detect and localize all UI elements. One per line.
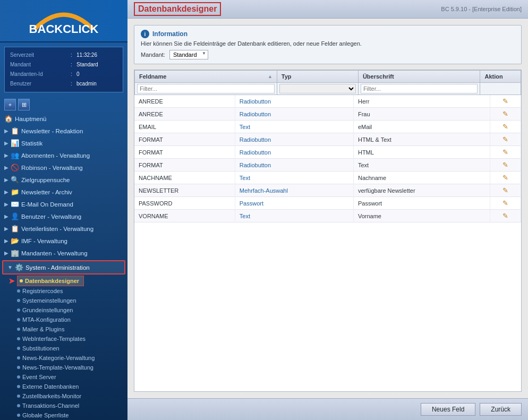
serverzeit-value: 11:32:26	[74, 51, 117, 59]
sidebar-item-statistik[interactable]: ▶ 📊 Statistik	[0, 137, 127, 149]
sidebar-item-label: Newsletter - Archiv	[21, 189, 123, 195]
sidebar-subitem-news-template[interactable]: News-Template-Verwaltung	[0, 363, 127, 372]
search-icon: 🔍	[11, 176, 19, 184]
sidebar-subitem-label: Event Server	[22, 374, 56, 380]
cell-uberschrift: verfügbare Newsletter	[353, 184, 490, 197]
table-row: FORMATRadiobuttonHTML✎	[134, 146, 521, 159]
cell-aktion: ✎	[490, 121, 521, 133]
sidebar-subitem-mta-konfiguration[interactable]: MTA-Konfiguration	[0, 315, 127, 324]
sidebar-subitem-transaktions-channel[interactable]: Transaktions-Channel	[0, 401, 127, 410]
sidebar-subitem-label: Externe Datenbanken	[22, 383, 79, 390]
sidebar-subitem-zustellbarkeits-monitor[interactable]: Zustellbarkeits-Monitor	[0, 391, 127, 401]
cell-aktion: ✎	[490, 159, 521, 172]
cell-feldname: FORMAT	[134, 159, 235, 172]
sidebar-item-email-on-demand[interactable]: ▶ ✉️ E-Mail On Demand	[0, 198, 127, 210]
sidebar-item-system-administration[interactable]: ▼ ⚙️ System - Administration	[2, 260, 125, 275]
sidebar-subitem-event-server[interactable]: Event Server	[0, 372, 127, 382]
sidebar-item-verteilerlisten[interactable]: ▶ 📋 Verteilerlisten - Verwaltung	[0, 222, 127, 235]
sidebar-subitem-datenbankdesigner[interactable]: Datenbankdesigner	[17, 276, 84, 286]
sidebar-item-label: E-Mail On Demand	[21, 201, 123, 208]
cell-typ: Text	[235, 121, 353, 133]
cell-feldname: EMAIL	[134, 121, 235, 133]
edit-button[interactable]: ✎	[503, 123, 508, 131]
sidebar-item-newsletter-archiv[interactable]: ▶ 📁 Newsletter - Archiv	[0, 186, 127, 198]
sidebar-subitem-globale-sperrliste[interactable]: Globale Sperrliste	[0, 410, 127, 420]
version-text: BC 5.9.10 - [Enterprise Edition]	[441, 6, 522, 12]
expand-all-button[interactable]: +	[4, 99, 16, 110]
sidebar-system-admin-label: System - Administration	[25, 264, 90, 271]
expand-icon: ▶	[4, 250, 8, 256]
col-header-feldname: Feldname ▲	[135, 71, 277, 83]
edit-button[interactable]: ✎	[503, 135, 508, 143]
sidebar-subitem-systemeinstellungen[interactable]: Systemeinstellungen	[0, 296, 127, 305]
table-row: PASSWORDPasswortPasswort✎	[134, 197, 521, 210]
edit-button[interactable]: ✎	[503, 199, 508, 207]
sidebar-item-imf[interactable]: ▶ 📂 IMF - Verwaltung	[0, 235, 127, 247]
collapse-all-button[interactable]: ⊞	[18, 99, 30, 110]
sidebar-item-label: Zielgruppensuche	[21, 177, 123, 183]
dot-icon	[17, 356, 20, 359]
cell-uberschrift: HTML	[353, 146, 490, 159]
dot-icon	[17, 328, 20, 331]
cell-typ: Radiobutton	[235, 95, 353, 108]
zuruck-button[interactable]: Zurück	[480, 403, 522, 416]
cell-uberschrift: eMail	[353, 121, 490, 133]
system-admin-submenu: RegistriercodesSystemeinstellungenGrunde…	[0, 286, 127, 420]
sidebar-item-robinson[interactable]: ▶ 🚫 Robinson - Verwaltung	[0, 161, 127, 174]
sidebar-subitem-registriercodes[interactable]: Registriercodes	[0, 286, 127, 296]
main-content: Datenbankdesigner BC 5.9.10 - [Enterpris…	[127, 0, 528, 420]
edit-button[interactable]: ✎	[503, 148, 508, 156]
cell-feldname: VORNAME	[134, 210, 235, 222]
sidebar-subitem-externe-datenbanken[interactable]: Externe Datenbanken	[0, 382, 127, 391]
folder-icon: 📋	[11, 127, 19, 135]
sidebar-item-hauptmenu[interactable]: 🏠 Hauptmenü	[0, 113, 127, 125]
sidebar-subitem-news-kategorie[interactable]: News-Kategorie-Verwaltung	[0, 353, 127, 363]
expand-icon: ▶	[4, 140, 8, 146]
sidebar-subitem-webinterface-templates[interactable]: WebInterface-Templates	[0, 334, 127, 344]
edit-button[interactable]: ✎	[503, 97, 508, 105]
block-icon: 🚫	[11, 164, 19, 172]
cell-typ: Radiobutton	[235, 133, 353, 146]
edit-button[interactable]: ✎	[503, 186, 508, 194]
sidebar-item-mandanten[interactable]: ▶ 🏢 Mandanten - Verwaltung	[0, 247, 127, 259]
edit-button[interactable]: ✎	[503, 212, 508, 220]
field-table: Feldname ▲ Typ Überschrift Aktion	[134, 70, 521, 95]
sidebar-subitem-label: News-Template-Verwaltung	[22, 364, 93, 371]
cell-uberschrift: Vorname	[353, 210, 490, 222]
sidebar-item-newsletter-redaktion[interactable]: ▶ 📋 Newsletter - Redaktion	[0, 125, 127, 137]
sidebar-item-label: Hauptmenü	[15, 116, 123, 122]
sidebar-item-benutzer[interactable]: ▶ 👤 Benutzer - Verwaltung	[0, 210, 127, 222]
table-scroll[interactable]: ANREDERadiobuttonHerr✎ANREDERadiobuttonF…	[134, 95, 521, 391]
neues-feld-button[interactable]: Neues Feld	[421, 403, 475, 416]
expand-icon: ▶	[4, 128, 8, 134]
sidebar-subitem-grundeinstellungen[interactable]: Grundeinstellungen	[0, 305, 127, 315]
chart-icon: 📊	[11, 139, 19, 147]
sidebar-item-label: Robinson - Verwaltung	[21, 165, 123, 171]
sidebar-item-label: Newsletter - Redaktion	[21, 128, 123, 134]
mandant-select[interactable]: Standard	[169, 50, 208, 59]
dot-icon	[17, 308, 20, 312]
type-filter-select[interactable]	[279, 84, 356, 93]
table-row: ANREDERadiobuttonHerr✎	[134, 95, 521, 108]
col-header-aktion: Aktion	[480, 71, 521, 83]
filter-cell-uberschrift	[358, 83, 480, 95]
table-row: NACHNAMETextNachname✎	[134, 172, 521, 184]
filter-input-feldname[interactable]	[137, 84, 275, 93]
mandant-select-wrapper: Standard	[169, 50, 208, 59]
cell-uberschrift: HTML & Text	[353, 133, 490, 146]
sidebar-subitem-substitutionen[interactable]: Substitutionen	[0, 344, 127, 353]
sidebar-item-label: Mandanten - Verwaltung	[21, 250, 123, 256]
filter-input-uberschrift[interactable]	[361, 84, 478, 93]
sidebar-subitem-label: Substitutionen	[22, 345, 59, 352]
edit-button[interactable]: ✎	[503, 174, 508, 182]
sidebar-item-abonnenten[interactable]: ▶ 👥 Abonnenten - Verwaltung	[0, 149, 127, 161]
sidebar-item-zielgruppensuche[interactable]: ▶ 🔍 Zielgruppensuche	[0, 174, 127, 186]
sidebar-subitem-mailer-plugins[interactable]: Mailer & Plugins	[0, 324, 127, 334]
info-box-header: i Information	[141, 30, 515, 38]
edit-button[interactable]: ✎	[503, 161, 508, 169]
table-body: ANREDERadiobuttonHerr✎ANREDERadiobuttonF…	[134, 95, 521, 222]
cell-aktion: ✎	[490, 146, 521, 159]
edit-button[interactable]: ✎	[503, 110, 508, 118]
dot-icon	[17, 289, 20, 293]
sidebar-subitem-label: Transaktions-Channel	[22, 402, 79, 409]
